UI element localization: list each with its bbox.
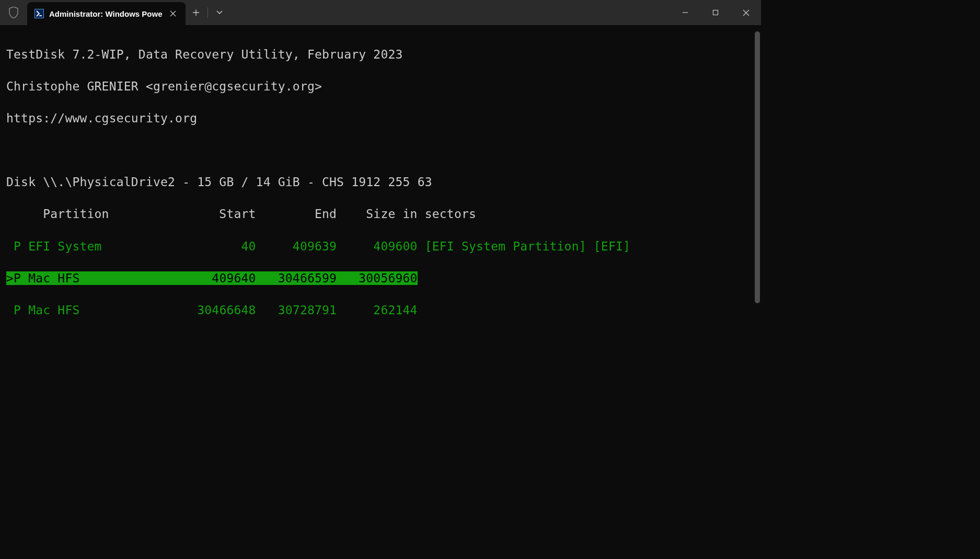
- tab-divider: [207, 7, 208, 18]
- titlebar: Administrator: Windows Powe: [0, 0, 761, 25]
- blank-line: [6, 142, 755, 158]
- partition-row[interactable]: P EFI System 40 409639 409600 [EFI Syste…: [6, 238, 755, 255]
- scroll-thumb[interactable]: [755, 31, 760, 303]
- new-tab-button[interactable]: [186, 2, 206, 23]
- close-window-button[interactable]: [731, 2, 761, 23]
- svg-rect-0: [713, 10, 718, 15]
- powershell-icon: [34, 9, 44, 18]
- minimize-button[interactable]: [670, 2, 700, 23]
- header-line: Christophe GRENIER <grenier@cgsecurity.o…: [6, 78, 755, 95]
- column-headers: Partition Start End Size in sectors: [6, 206, 755, 222]
- partition-row-selected[interactable]: >P Mac HFS 409640 30466599 30056960: [6, 270, 755, 287]
- maximize-button[interactable]: [700, 2, 731, 23]
- tab-title: Administrator: Windows Powe: [49, 9, 163, 18]
- partition-data: Mac HFS 30466648 30728791 262144: [28, 303, 418, 317]
- scrollbar[interactable]: [754, 25, 761, 434]
- partition-prefix: P: [6, 303, 28, 317]
- window-controls: [670, 2, 761, 23]
- shield-icon: [9, 7, 18, 18]
- header-line: https://www.cgsecurity.org: [6, 110, 755, 127]
- blank-line: [6, 334, 755, 350]
- disk-line: Disk \\.\PhysicalDrive2 - 15 GB / 14 GiB…: [6, 174, 755, 190]
- tab-actions: [186, 0, 230, 25]
- blank-line: [6, 430, 755, 434]
- partition-suffix: [EFI System Partition] [EFI]: [418, 239, 630, 253]
- blank-line: [6, 366, 755, 382]
- partition-prefix: P: [6, 239, 28, 253]
- header-line: TestDisk 7.2-WIP, Data Recovery Utility,…: [6, 47, 755, 63]
- partition-data: Mac HFS 409640 30466599 30056960: [28, 271, 418, 285]
- admin-shield-area: [0, 0, 27, 25]
- blank-line: [6, 398, 755, 414]
- partition-row[interactable]: P Mac HFS 30466648 30728791 262144: [6, 302, 755, 318]
- tab-close-button[interactable]: [168, 8, 178, 19]
- partition-data: EFI System 40 409639 409600: [28, 239, 418, 253]
- terminal-content[interactable]: TestDisk 7.2-WIP, Data Recovery Utility,…: [0, 25, 761, 434]
- partition-prefix: >P: [6, 271, 28, 285]
- active-tab[interactable]: Administrator: Windows Powe: [27, 2, 186, 25]
- tab-dropdown-button[interactable]: [209, 2, 230, 23]
